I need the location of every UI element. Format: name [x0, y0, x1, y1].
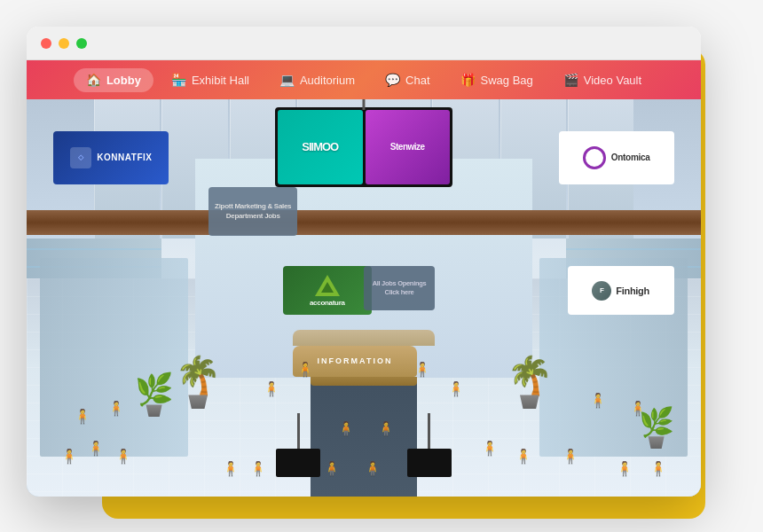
- finhigh-screen: F Finhigh: [568, 266, 674, 315]
- person-3: 🧍: [114, 448, 132, 465]
- person-11: 🧍: [377, 420, 395, 437]
- plant-left-2: 🌴: [175, 357, 221, 409]
- ceiling-display: SIIMOO Stenwize: [275, 107, 452, 187]
- stenwize-screen: Stenwize: [366, 110, 451, 184]
- person-18: 🧍: [589, 392, 607, 409]
- person-8: 🧍: [323, 460, 341, 477]
- wood-beam: [27, 210, 701, 235]
- person-1: 🧍: [60, 448, 78, 465]
- person-2: 🧍: [87, 440, 105, 457]
- ontomica-screen: Ontomica: [559, 131, 674, 184]
- person-19: 🧍: [263, 380, 280, 397]
- kiosk-left: [276, 413, 320, 477]
- chat-icon: 💬: [385, 74, 400, 86]
- plant-right-1: 🌴: [507, 357, 553, 409]
- konnatfix-screen: ◇ KONNATFIX: [53, 131, 169, 184]
- lobby-scene: SIIMOO Stenwize ◇ KONNATFIX Ontomica: [27, 99, 701, 497]
- person-13: 🧍: [515, 448, 532, 465]
- nav-lobby[interactable]: 🏠 Lobby: [74, 68, 153, 92]
- browser-chrome: [27, 27, 701, 60]
- all-jobs-screen: All Jobs Openings Click here: [364, 266, 435, 310]
- stairs-left: [40, 258, 188, 457]
- swag-icon: 🎁: [460, 74, 476, 86]
- person-16: 🧍: [649, 460, 667, 477]
- jobs-screen: Zipott Marketing & Sales Department Jobs: [208, 187, 297, 236]
- person-15: 🧍: [616, 460, 633, 477]
- person-17: 🧍: [629, 400, 647, 417]
- traffic-light-yellow[interactable]: [59, 38, 69, 49]
- traffic-light-red[interactable]: [41, 38, 51, 49]
- person-4: 🧍: [74, 408, 91, 425]
- person-20: 🧍: [447, 380, 465, 397]
- traffic-light-green[interactable]: [76, 38, 87, 49]
- person-9: 🧍: [364, 460, 382, 477]
- nav-exhibit-hall[interactable]: 🏪 Exhibit Hall: [159, 68, 262, 92]
- home-icon: 🏠: [86, 74, 101, 86]
- person-10: 🧍: [337, 420, 355, 437]
- acconatura-screen: acconatura: [283, 266, 372, 315]
- siimoo-screen: SIIMOO: [278, 110, 363, 184]
- video-icon: 🎬: [563, 74, 578, 86]
- person-5: 🧍: [107, 400, 125, 417]
- person-14: 🧍: [562, 448, 579, 465]
- person-22: 🧍: [413, 361, 431, 378]
- nav-chat[interactable]: 💬 Chat: [373, 68, 442, 92]
- exhibit-icon: 🏪: [171, 74, 186, 86]
- person-6: 🧍: [222, 460, 240, 477]
- person-7: 🧍: [249, 460, 267, 477]
- navbar: 🏠 Lobby 🏪 Exhibit Hall 💻 Auditorium 💬 Ch…: [27, 60, 701, 99]
- plant-left-1: 🌿: [135, 373, 174, 417]
- nav-swag-bag[interactable]: 🎁 Swag Bag: [448, 68, 546, 92]
- person-12: 🧍: [481, 440, 499, 457]
- kiosk-right: [407, 413, 452, 477]
- nav-video-vault[interactable]: 🎬 Video Vault: [551, 68, 654, 92]
- auditorium-icon: 💻: [279, 74, 295, 86]
- browser-window: 🏠 Lobby 🏪 Exhibit Hall 💻 Auditorium 💬 Ch…: [27, 27, 701, 497]
- nav-auditorium[interactable]: 💻 Auditorium: [267, 68, 367, 92]
- person-21: 🧍: [296, 361, 314, 378]
